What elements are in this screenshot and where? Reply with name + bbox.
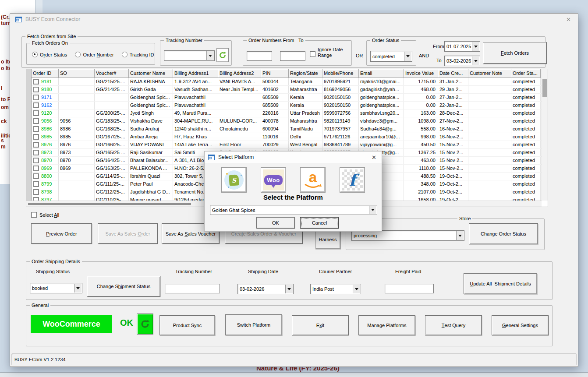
dropdown-arrow-icon[interactable] bbox=[353, 285, 360, 293]
harness-button[interactable]: Harness bbox=[315, 230, 340, 249]
table-cell-id: 9056 bbox=[32, 117, 59, 125]
row-checkbox[interactable] bbox=[33, 166, 39, 171]
row-checkbox[interactable] bbox=[33, 126, 39, 132]
order-number-to-input[interactable] bbox=[280, 51, 305, 61]
dropdown-arrow-icon[interactable] bbox=[369, 206, 376, 214]
table-row[interactable]: 89858985GG/167/25-...Ambar AnejaH7, Hauz… bbox=[32, 133, 542, 141]
product-sync-button[interactable]: Product Sync bbox=[159, 315, 215, 335]
column-header[interactable]: Region/State bbox=[289, 69, 322, 78]
preview-order-button[interactable]: Preview Order bbox=[31, 223, 92, 244]
table-row[interactable]: 90569056GG/183/25-...Vishakha Dave304-MA… bbox=[32, 117, 542, 125]
save-as-sales-order-button[interactable]: Save As Sales Order bbox=[98, 223, 158, 244]
exit-button[interactable]: Exit bbox=[292, 315, 349, 335]
ignore-date-range-checkbox[interactable] bbox=[310, 51, 315, 57]
platform-woocommerce-button[interactable]: Woo bbox=[261, 167, 286, 193]
dropdown-arrow-icon[interactable] bbox=[74, 284, 81, 292]
radio-tracking-id[interactable]: Tracking ID bbox=[122, 52, 154, 57]
column-header[interactable]: Order ID bbox=[32, 69, 59, 78]
row-checkbox[interactable] bbox=[33, 158, 39, 163]
table-cell-id: 8985 bbox=[32, 133, 59, 141]
general-settings-button[interactable]: General Settings bbox=[492, 315, 549, 335]
row-checkbox[interactable] bbox=[33, 110, 39, 116]
row-checkbox[interactable] bbox=[33, 189, 39, 195]
table-row[interactable]: 9171Goldenghat Spic...Plavuvachathil6855… bbox=[32, 94, 542, 102]
change-shipment-status-button[interactable]: Change Shipment Status bbox=[87, 276, 160, 297]
column-header[interactable]: Mobile/Phone bbox=[322, 69, 359, 78]
row-checkbox[interactable] bbox=[33, 95, 39, 100]
horizontal-scrollbar-thumb[interactable] bbox=[28, 203, 191, 205]
switch-platform-button[interactable]: Switch Platform bbox=[225, 314, 282, 335]
platform-amazon-button[interactable]: a bbox=[300, 167, 326, 193]
update-all-shipment-details-button[interactable]: Update All Shipment Details bbox=[464, 273, 537, 294]
fetch-orders-button[interactable]: Fetch Orders bbox=[483, 42, 547, 64]
refresh-connection-button[interactable] bbox=[137, 314, 153, 335]
order-id: 8985 bbox=[41, 134, 52, 139]
date-from-combo[interactable]: 01-07-2025 bbox=[444, 41, 480, 52]
tracking-number-combo[interactable] bbox=[164, 50, 215, 61]
row-checkbox[interactable] bbox=[33, 181, 39, 187]
table-row[interactable]: 9180GG/214/25-...Girish GadaVasudh Sadha… bbox=[32, 86, 542, 94]
table-row[interactable]: 9162Goldenghat Spic...Plavuvachathil6855… bbox=[32, 102, 542, 109]
shipping-status-combo[interactable]: booked bbox=[30, 283, 82, 293]
titlebar[interactable]: BUSY Ecom Connector ✕ bbox=[10, 14, 578, 25]
shipment-tracking-input[interactable] bbox=[165, 284, 220, 293]
column-header[interactable]: Billing Address1 bbox=[173, 69, 218, 78]
row-checkbox[interactable] bbox=[33, 134, 39, 140]
close-icon[interactable]: ✕ bbox=[566, 16, 571, 23]
table-cell-region: Uttar Pradesh bbox=[289, 109, 322, 117]
manage-platforms-button[interactable]: Manage Platforms bbox=[358, 315, 415, 335]
column-header[interactable]: Customer Note bbox=[468, 69, 511, 78]
column-header[interactable]: Billing Address2 bbox=[218, 69, 261, 78]
shipping-date-combo[interactable]: 03-02-2026 bbox=[237, 284, 294, 294]
dropdown-arrow-icon[interactable] bbox=[456, 231, 464, 240]
row-checkbox[interactable] bbox=[33, 150, 39, 155]
column-header[interactable]: SO bbox=[59, 69, 95, 78]
radio-order-number[interactable]: Order Number bbox=[75, 52, 113, 57]
column-header[interactable]: Voucher# bbox=[95, 69, 129, 78]
platform-combo[interactable]: Golden Ghat Spices bbox=[210, 205, 377, 215]
row-checkbox[interactable] bbox=[33, 142, 39, 148]
vertical-scrollbar[interactable] bbox=[542, 69, 548, 201]
table-row[interactable]: 89868986GG/168/25-...Sudha Arulraj12/40 … bbox=[32, 125, 542, 133]
row-checkbox[interactable] bbox=[33, 197, 39, 201]
row-checkbox[interactable] bbox=[33, 102, 39, 108]
dropdown-arrow-icon[interactable] bbox=[206, 51, 214, 60]
table-row[interactable]: 9120GG/200/25-...Jyoti Singh49, Maruti P… bbox=[32, 109, 542, 117]
column-header[interactable]: Invoice Value bbox=[404, 69, 438, 78]
table-cell-addr1: Plavuvachathil bbox=[173, 94, 218, 101]
column-header[interactable]: Date Cre... bbox=[438, 69, 468, 78]
radio-order-status[interactable]: Order Status bbox=[32, 52, 67, 57]
table-row[interactable]: 89768976GG/166/25-...VIJAY POWANI14/A La… bbox=[32, 141, 542, 149]
close-icon[interactable]: ✕ bbox=[372, 154, 376, 161]
platform-shopify-button[interactable]: S bbox=[221, 167, 247, 193]
dropdown-arrow-icon[interactable] bbox=[472, 56, 479, 65]
store-status-combo[interactable]: processing bbox=[351, 230, 464, 241]
test-query-button[interactable]: Test Query bbox=[425, 315, 482, 335]
order-status-combo[interactable]: completed bbox=[370, 51, 412, 62]
column-header[interactable]: Email bbox=[359, 69, 404, 78]
column-header[interactable]: PIN bbox=[261, 69, 289, 78]
dropdown-arrow-icon[interactable] bbox=[285, 285, 293, 293]
platform-flipkart-button[interactable]: f bbox=[340, 167, 365, 193]
change-order-status-button[interactable]: Change Order Status bbox=[469, 223, 538, 244]
row-checkbox[interactable] bbox=[33, 87, 39, 92]
courier-partner-combo[interactable]: India Post bbox=[310, 284, 361, 294]
row-checkbox[interactable] bbox=[33, 79, 39, 85]
dialog-titlebar[interactable]: Select Platform ✕ bbox=[205, 152, 382, 163]
table-cell-date: 15-Nov-2... bbox=[438, 157, 468, 164]
ok-button[interactable]: OK bbox=[256, 217, 295, 229]
order-number-from-input[interactable] bbox=[247, 51, 272, 61]
freight-paid-input[interactable] bbox=[385, 284, 434, 293]
select-all-checkbox[interactable] bbox=[31, 212, 37, 218]
refresh-tracking-button[interactable] bbox=[216, 48, 229, 62]
cancel-button[interactable]: Cancel bbox=[300, 217, 339, 229]
column-header[interactable]: Order Sta... bbox=[511, 69, 541, 78]
vertical-scrollbar-thumb[interactable] bbox=[542, 79, 547, 97]
dropdown-arrow-icon[interactable] bbox=[472, 42, 479, 51]
row-checkbox[interactable] bbox=[33, 118, 39, 124]
table-row[interactable]: 9181GG/215/25-...RAJA KRISHNA1-9-312 /A/… bbox=[32, 78, 542, 86]
date-to-combo[interactable]: 03-02-2026 bbox=[444, 56, 480, 66]
row-checkbox[interactable] bbox=[33, 173, 39, 179]
column-header[interactable]: Customer Name bbox=[129, 69, 173, 78]
dropdown-arrow-icon[interactable] bbox=[404, 52, 411, 61]
